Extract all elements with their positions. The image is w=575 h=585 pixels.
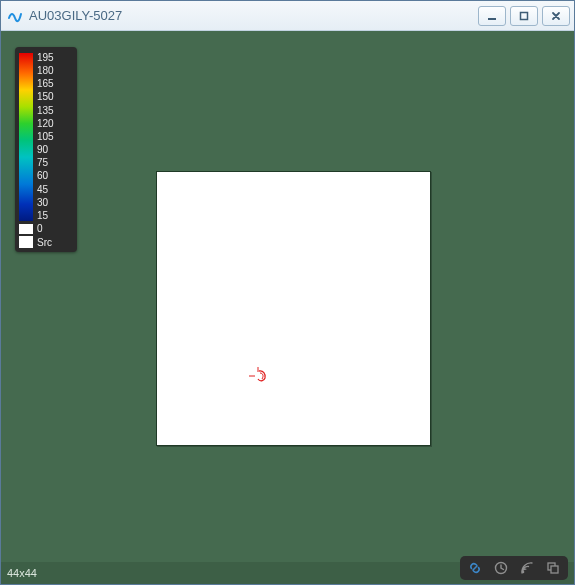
svg-rect-7	[551, 566, 558, 573]
legend-value: 30	[37, 198, 73, 208]
legend-value: 45	[37, 185, 73, 195]
legend-value: 120	[37, 119, 73, 129]
legend-src-label: Src	[37, 237, 52, 248]
tool-tray	[460, 556, 568, 580]
legend-value: 135	[37, 106, 73, 116]
legend-zero-row: 0	[19, 223, 73, 234]
legend-src-swatch	[19, 236, 33, 248]
satellite-icon[interactable]	[518, 559, 536, 577]
legend-value: 15	[37, 211, 73, 221]
status-dimensions: 44x44	[7, 567, 37, 579]
legend-value: 90	[37, 145, 73, 155]
app-window: AU03GILY-5027 195 180 165 150 135	[0, 0, 575, 585]
content-area: 195 180 165 150 135 120 105 90 75 60 45 …	[1, 31, 574, 584]
legend-value: 60	[37, 171, 73, 181]
link-icon[interactable]	[466, 559, 484, 577]
close-button[interactable]	[542, 6, 570, 26]
app-icon	[7, 8, 23, 24]
color-scale-legend: 195 180 165 150 135 120 105 90 75 60 45 …	[15, 47, 77, 252]
legend-value: 105	[37, 132, 73, 142]
legend-value: 150	[37, 92, 73, 102]
legend-zero-swatch	[19, 224, 33, 234]
legend-value: 75	[37, 158, 73, 168]
window-title: AU03GILY-5027	[29, 8, 478, 23]
legend-value: 165	[37, 79, 73, 89]
maximize-button[interactable]	[510, 6, 538, 26]
legend-labels: 195 180 165 150 135 120 105 90 75 60 45 …	[37, 53, 73, 221]
legend-src-row: Src	[19, 236, 73, 248]
legend-value: 180	[37, 66, 73, 76]
svg-rect-0	[488, 18, 496, 20]
clock-icon[interactable]	[492, 559, 510, 577]
titlebar: AU03GILY-5027	[1, 1, 574, 31]
legend-zero-label: 0	[37, 223, 43, 234]
svg-point-5	[522, 571, 525, 574]
legend-gradient-bar	[19, 53, 33, 221]
legend-scale: 195 180 165 150 135 120 105 90 75 60 45 …	[19, 53, 73, 221]
minimize-button[interactable]	[478, 6, 506, 26]
data-marker	[249, 367, 273, 385]
legend-value: 195	[37, 53, 73, 63]
image-canvas[interactable]	[156, 171, 431, 446]
window-controls	[478, 6, 570, 26]
svg-rect-1	[521, 12, 528, 19]
copy-icon[interactable]	[544, 559, 562, 577]
